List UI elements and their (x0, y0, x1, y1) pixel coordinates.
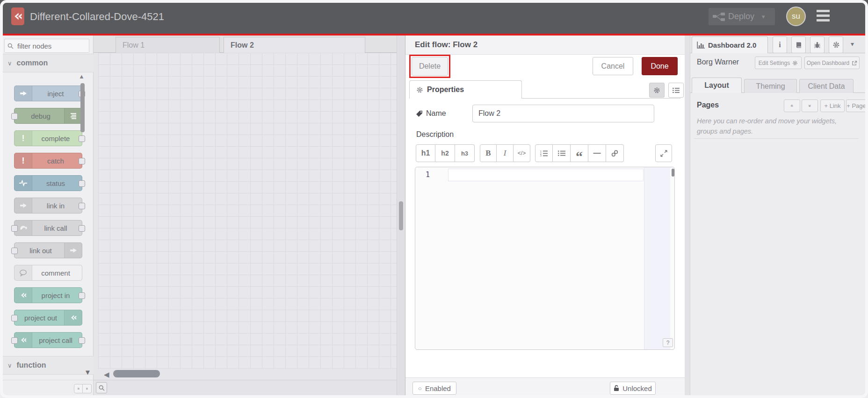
expand-all-button[interactable]: » (83, 384, 92, 393)
palette-node-status[interactable]: status (14, 175, 82, 191)
debug-list-icon (64, 108, 82, 123)
delete-button[interactable]: Delete (412, 57, 448, 76)
palette-node-project-call[interactable]: project call (14, 332, 82, 348)
move-up-button[interactable]: « (784, 100, 800, 112)
sidebar-info-button[interactable]: i (773, 36, 787, 53)
add-link-button[interactable]: + Link (820, 100, 845, 112)
flow-enabled-toggle[interactable]: ○ Enabled (412, 382, 456, 395)
main-menu-button[interactable] (817, 10, 830, 24)
description-editor[interactable]: 1 ? (415, 167, 675, 350)
sidebar-resize-strip[interactable] (685, 36, 690, 398)
gear-icon (792, 60, 798, 66)
tab-layout[interactable]: Layout (692, 78, 742, 93)
json-view-button[interactable] (668, 83, 684, 98)
canvas-zoom-search-button[interactable] (96, 382, 107, 393)
node-port[interactable] (11, 337, 18, 344)
md-expand-button[interactable] (655, 144, 672, 162)
pages-help-text: Here you can re-order and move your widg… (697, 116, 854, 137)
md-bold-button[interactable]: B (480, 144, 497, 162)
palette-node-catch[interactable]: ! catch (14, 153, 82, 169)
workspace-title: Different-Collared-Dove-4521 (30, 11, 164, 23)
tag-icon (416, 110, 423, 117)
sidebar-tabs-caret-icon[interactable]: ▾ (851, 40, 854, 48)
md-code-button[interactable]: </> (514, 144, 530, 162)
editor-help-button[interactable]: ? (663, 338, 673, 347)
workspace-vscrollbar[interactable] (397, 36, 405, 398)
palette-node-project-out[interactable]: project out (14, 310, 82, 326)
md-unordered-list-button[interactable] (553, 144, 571, 162)
node-port[interactable] (79, 337, 85, 344)
palette-node-debug[interactable]: debug (14, 108, 82, 124)
editor-line-number: 1 (426, 171, 430, 179)
node-port[interactable] (11, 248, 18, 254)
open-dashboard-button[interactable]: Open Dashboard (804, 57, 860, 69)
palette-category-function[interactable]: ∨ function (0, 356, 94, 375)
node-port[interactable] (79, 180, 85, 187)
node-red-logo-icon (13, 11, 22, 21)
md-link-button[interactable] (606, 144, 624, 162)
editor-active-line[interactable] (448, 169, 644, 181)
palette-node-complete[interactable]: ! complete (14, 130, 82, 146)
palette-node-comment[interactable]: comment (14, 265, 82, 281)
md-h3-button[interactable]: h3 (455, 144, 475, 162)
edit-form-view-button[interactable] (649, 83, 665, 98)
flow-tab-2[interactable]: Flow 2 (224, 37, 365, 53)
md-ordered-list-button[interactable]: 123 (535, 144, 553, 162)
deploy-button[interactable]: Deploy ▾ (709, 8, 775, 25)
flow-tab-1[interactable]: Flow 1 (116, 37, 220, 53)
svg-text:3: 3 (540, 154, 542, 156)
tab-properties[interactable]: Properties (409, 80, 522, 99)
sidebar-tab-dashboard[interactable]: Dashboard 2.0 (692, 36, 768, 53)
palette-filter-input[interactable] (16, 42, 84, 50)
done-button[interactable]: Done (642, 57, 678, 75)
node-port[interactable] (11, 225, 18, 232)
palette-node-link-call[interactable]: link call (14, 220, 82, 236)
workspace-vscrollbar-thumb[interactable] (399, 201, 403, 230)
node-port[interactable] (79, 158, 85, 164)
node-port[interactable] (79, 203, 85, 209)
collapse-all-button[interactable]: « (74, 384, 83, 393)
speech-bubble-icon (14, 265, 32, 280)
palette-scrollbar-thumb[interactable] (80, 83, 85, 132)
flow-canvas[interactable] (98, 53, 405, 369)
user-avatar[interactable]: su (786, 7, 806, 26)
node-port[interactable] (79, 135, 85, 142)
md-quote-button[interactable]: “ (571, 144, 588, 162)
node-port[interactable] (79, 225, 85, 232)
editor-vscrollbar-thumb[interactable] (672, 169, 674, 177)
node-port[interactable] (11, 315, 18, 321)
canvas-hscrollbar-thumb[interactable] (113, 370, 160, 377)
palette-scroll-up-icon[interactable]: ▲ (79, 73, 85, 80)
md-h2-button[interactable]: h2 (435, 144, 455, 162)
palette-node-project-in[interactable]: project in (14, 287, 82, 303)
md-italic-button[interactable]: I (497, 144, 514, 162)
flow-name-input[interactable] (472, 105, 654, 122)
tab-client-data[interactable]: Client Data (799, 79, 854, 93)
tab-theming[interactable]: Theming (744, 79, 797, 93)
sidebar-debug-button[interactable] (810, 36, 825, 53)
sidebar-config-button[interactable] (829, 36, 843, 53)
node-port[interactable] (11, 113, 18, 120)
palette-node-link-out[interactable]: link out (14, 242, 82, 258)
md-h1-button[interactable]: h1 (416, 144, 435, 162)
sidebar-docs-button[interactable] (791, 36, 806, 53)
flow-lock-toggle[interactable]: Unlocked (610, 382, 656, 395)
node-port[interactable] (79, 292, 85, 299)
project-logo-icon (64, 310, 82, 325)
cancel-button[interactable]: Cancel (593, 57, 633, 75)
palette-node-link-in[interactable]: link in (14, 198, 82, 213)
app-header: Different-Collared-Dove-4521 Deploy ▾ su (0, 0, 868, 34)
palette-scroll-down-icon[interactable]: ▼ (84, 368, 91, 376)
palette-node-inject[interactable]: inject (14, 85, 82, 101)
pulse-icon (14, 176, 32, 191)
palette-search[interactable] (4, 39, 89, 53)
list-icon (673, 87, 680, 93)
move-down-button[interactable]: » (802, 100, 818, 112)
add-page-button[interactable]: + Page (846, 100, 867, 112)
canvas-scroll-left-icon[interactable]: ◀ (104, 370, 109, 379)
deploy-caret-icon[interactable]: ▾ (762, 13, 765, 20)
palette-category-common[interactable]: ∨ common (0, 54, 94, 72)
edit-settings-button[interactable]: Edit Settings (755, 57, 802, 69)
inject-arrow-icon (14, 86, 32, 101)
md-hr-button[interactable]: — (588, 144, 606, 162)
